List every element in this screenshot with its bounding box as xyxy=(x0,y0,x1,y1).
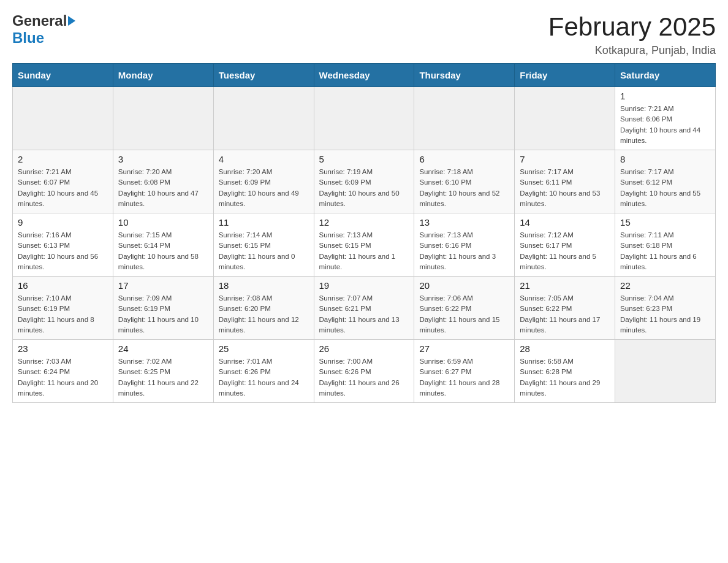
day-info: Sunrise: 7:11 AMSunset: 6:18 PMDaylight:… xyxy=(620,230,710,272)
day-info: Sunrise: 7:01 AMSunset: 6:26 PMDaylight:… xyxy=(219,356,309,399)
day-number: 1 xyxy=(620,91,710,101)
weekday-header-friday: Friday xyxy=(515,64,615,87)
calendar-week-row: 23Sunrise: 7:03 AMSunset: 6:24 PMDayligh… xyxy=(13,340,716,403)
day-number: 14 xyxy=(520,217,610,228)
logo-blue-text: Blue xyxy=(12,29,44,46)
day-number: 9 xyxy=(18,217,108,228)
day-number: 21 xyxy=(520,280,610,291)
day-info: Sunrise: 7:12 AMSunset: 6:17 PMDaylight:… xyxy=(520,230,610,272)
calendar-cell: 21Sunrise: 7:05 AMSunset: 6:22 PMDayligh… xyxy=(515,277,615,340)
calendar-week-row: 9Sunrise: 7:16 AMSunset: 6:13 PMDaylight… xyxy=(13,213,716,277)
calendar-cell: 13Sunrise: 7:13 AMSunset: 6:16 PMDayligh… xyxy=(414,213,515,277)
logo-triangle-icon xyxy=(68,16,75,26)
calendar-week-row: 2Sunrise: 7:21 AMSunset: 6:07 PMDaylight… xyxy=(13,150,716,213)
calendar-cell: 23Sunrise: 7:03 AMSunset: 6:24 PMDayligh… xyxy=(13,340,113,403)
day-number: 12 xyxy=(319,217,409,228)
calendar-cell: 15Sunrise: 7:11 AMSunset: 6:18 PMDayligh… xyxy=(615,213,716,277)
calendar-cell: 2Sunrise: 7:21 AMSunset: 6:07 PMDaylight… xyxy=(13,150,113,213)
day-info: Sunrise: 7:13 AMSunset: 6:15 PMDaylight:… xyxy=(319,230,409,272)
calendar-cell: 27Sunrise: 6:59 AMSunset: 6:27 PMDayligh… xyxy=(414,340,515,403)
day-info: Sunrise: 7:03 AMSunset: 6:24 PMDaylight:… xyxy=(18,356,108,399)
day-info: Sunrise: 7:17 AMSunset: 6:12 PMDaylight:… xyxy=(620,167,710,209)
day-info: Sunrise: 7:19 AMSunset: 6:09 PMDaylight:… xyxy=(319,167,409,209)
calendar-cell: 5Sunrise: 7:19 AMSunset: 6:09 PMDaylight… xyxy=(314,150,414,213)
day-info: Sunrise: 7:07 AMSunset: 6:21 PMDaylight:… xyxy=(319,293,409,335)
day-info: Sunrise: 7:04 AMSunset: 6:23 PMDaylight:… xyxy=(620,293,710,335)
day-number: 18 xyxy=(219,280,309,291)
day-number: 2 xyxy=(18,154,108,164)
calendar-table: SundayMondayTuesdayWednesdayThursdayFrid… xyxy=(12,63,716,403)
day-info: Sunrise: 7:09 AMSunset: 6:19 PMDaylight:… xyxy=(118,293,208,335)
day-info: Sunrise: 7:17 AMSunset: 6:11 PMDaylight:… xyxy=(520,167,610,209)
day-number: 28 xyxy=(520,343,610,354)
calendar-cell: 1Sunrise: 7:21 AMSunset: 6:06 PMDaylight… xyxy=(615,87,716,150)
page-header: General Blue February 2025 Kotkapura, Pu… xyxy=(12,12,716,57)
day-info: Sunrise: 7:15 AMSunset: 6:14 PMDaylight:… xyxy=(118,230,208,272)
day-number: 17 xyxy=(118,280,208,291)
weekday-header-row: SundayMondayTuesdayWednesdayThursdayFrid… xyxy=(13,64,716,87)
calendar-cell xyxy=(615,340,716,403)
day-number: 3 xyxy=(118,154,208,164)
day-info: Sunrise: 7:13 AMSunset: 6:16 PMDaylight:… xyxy=(419,230,509,272)
calendar-cell xyxy=(13,87,113,150)
calendar-cell: 7Sunrise: 7:17 AMSunset: 6:11 PMDaylight… xyxy=(515,150,615,213)
day-number: 10 xyxy=(118,217,208,228)
calendar-cell: 25Sunrise: 7:01 AMSunset: 6:26 PMDayligh… xyxy=(213,340,314,403)
calendar-cell: 28Sunrise: 6:58 AMSunset: 6:28 PMDayligh… xyxy=(515,340,615,403)
calendar-cell xyxy=(113,87,213,150)
day-info: Sunrise: 7:20 AMSunset: 6:09 PMDaylight:… xyxy=(219,167,309,209)
month-title: February 2025 xyxy=(548,12,716,42)
calendar-cell xyxy=(414,87,515,150)
weekday-header-wednesday: Wednesday xyxy=(314,64,414,87)
day-info: Sunrise: 7:08 AMSunset: 6:20 PMDaylight:… xyxy=(219,293,309,335)
weekday-header-monday: Monday xyxy=(113,64,213,87)
weekday-header-sunday: Sunday xyxy=(13,64,113,87)
day-number: 20 xyxy=(419,280,509,291)
day-info: Sunrise: 7:02 AMSunset: 6:25 PMDaylight:… xyxy=(118,356,208,399)
calendar-cell: 14Sunrise: 7:12 AMSunset: 6:17 PMDayligh… xyxy=(515,213,615,277)
day-info: Sunrise: 7:20 AMSunset: 6:08 PMDaylight:… xyxy=(118,167,208,209)
day-number: 13 xyxy=(419,217,509,228)
day-number: 16 xyxy=(18,280,108,291)
day-info: Sunrise: 7:18 AMSunset: 6:10 PMDaylight:… xyxy=(419,167,509,209)
day-info: Sunrise: 7:06 AMSunset: 6:22 PMDaylight:… xyxy=(419,293,509,335)
logo: General Blue xyxy=(12,12,75,47)
day-number: 25 xyxy=(219,343,309,354)
day-number: 4 xyxy=(219,154,309,164)
calendar-cell: 18Sunrise: 7:08 AMSunset: 6:20 PMDayligh… xyxy=(213,277,314,340)
calendar-cell: 22Sunrise: 7:04 AMSunset: 6:23 PMDayligh… xyxy=(615,277,716,340)
day-number: 27 xyxy=(419,343,509,354)
calendar-cell: 9Sunrise: 7:16 AMSunset: 6:13 PMDaylight… xyxy=(13,213,113,277)
title-section: February 2025 Kotkapura, Punjab, India xyxy=(548,12,716,57)
day-number: 5 xyxy=(319,154,409,164)
day-number: 7 xyxy=(520,154,610,164)
calendar-cell: 10Sunrise: 7:15 AMSunset: 6:14 PMDayligh… xyxy=(113,213,213,277)
weekday-header-tuesday: Tuesday xyxy=(213,64,314,87)
day-info: Sunrise: 7:14 AMSunset: 6:15 PMDaylight:… xyxy=(219,230,309,272)
calendar-cell: 16Sunrise: 7:10 AMSunset: 6:19 PMDayligh… xyxy=(13,277,113,340)
day-info: Sunrise: 6:59 AMSunset: 6:27 PMDaylight:… xyxy=(419,356,509,399)
day-number: 24 xyxy=(118,343,208,354)
day-number: 15 xyxy=(620,217,710,228)
calendar-cell: 20Sunrise: 7:06 AMSunset: 6:22 PMDayligh… xyxy=(414,277,515,340)
day-number: 19 xyxy=(319,280,409,291)
calendar-cell xyxy=(213,87,314,150)
logo-general-text: General xyxy=(12,12,67,29)
day-info: Sunrise: 7:16 AMSunset: 6:13 PMDaylight:… xyxy=(18,230,108,272)
day-number: 23 xyxy=(18,343,108,354)
day-number: 11 xyxy=(219,217,309,228)
calendar-cell: 17Sunrise: 7:09 AMSunset: 6:19 PMDayligh… xyxy=(113,277,213,340)
calendar-week-row: 1Sunrise: 7:21 AMSunset: 6:06 PMDaylight… xyxy=(13,87,716,150)
day-info: Sunrise: 6:58 AMSunset: 6:28 PMDaylight:… xyxy=(520,356,610,399)
day-info: Sunrise: 7:10 AMSunset: 6:19 PMDaylight:… xyxy=(18,293,108,335)
location: Kotkapura, Punjab, India xyxy=(548,44,716,57)
calendar-cell: 6Sunrise: 7:18 AMSunset: 6:10 PMDaylight… xyxy=(414,150,515,213)
calendar-cell: 8Sunrise: 7:17 AMSunset: 6:12 PMDaylight… xyxy=(615,150,716,213)
calendar-cell xyxy=(314,87,414,150)
weekday-header-saturday: Saturday xyxy=(615,64,716,87)
calendar-cell xyxy=(515,87,615,150)
day-number: 6 xyxy=(419,154,509,164)
calendar-cell: 4Sunrise: 7:20 AMSunset: 6:09 PMDaylight… xyxy=(213,150,314,213)
calendar-cell: 11Sunrise: 7:14 AMSunset: 6:15 PMDayligh… xyxy=(213,213,314,277)
day-info: Sunrise: 7:05 AMSunset: 6:22 PMDaylight:… xyxy=(520,293,610,335)
